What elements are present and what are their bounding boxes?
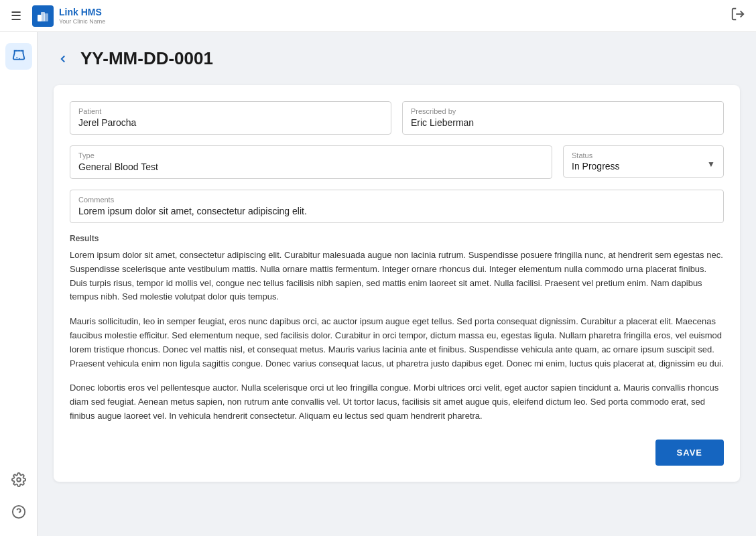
results-paragraph: Donec lobortis eros vel pellentesque auc… [70, 381, 724, 423]
sidebar-item-settings[interactable] [5, 466, 32, 493]
svg-rect-2 [44, 13, 48, 21]
page-title: YY-MM-DD-0001 [80, 48, 213, 69]
sidebar-bottom [5, 466, 32, 525]
sidebar-item-help[interactable] [5, 498, 32, 525]
status-field[interactable]: Status In Progress Completed Pending Can… [563, 145, 724, 178]
prescribed-by-label: Prescribed by [411, 107, 715, 115]
page-header: YY-MM-DD-0001 [54, 48, 740, 69]
status-group: Status In Progress Completed Pending Can… [563, 145, 724, 179]
type-group: Type General Blood Test [70, 145, 552, 179]
results-paragraph: Lorem ipsum dolor sit amet, consectetur … [70, 249, 724, 304]
results-paragraph: Mauris sollicitudin, leo in semper feugi… [70, 315, 724, 371]
main-content: YY-MM-DD-0001 Patient Jerel Parocha Pres… [38, 32, 756, 536]
patient-field: Patient Jerel Parocha [70, 101, 391, 135]
results-section: Results Lorem ipsum dolor sit amet, cons… [70, 234, 724, 423]
svg-point-6 [19, 58, 20, 60]
logout-icon[interactable] [731, 7, 745, 25]
type-label: Type [78, 151, 544, 159]
save-button[interactable]: SAVE [655, 440, 724, 466]
row-type: Type General Blood Test Status In Progre… [70, 145, 724, 179]
sidebar [0, 32, 38, 536]
patient-label: Patient [78, 107, 383, 115]
type-field: Type General Blood Test [70, 145, 552, 179]
top-bar-left: ☰ Link HMS Your Clinic Name [11, 5, 105, 27]
back-button[interactable] [54, 50, 72, 68]
status-select[interactable]: In Progress Completed Pending Cancelled [572, 161, 715, 172]
form-card: Patient Jerel Parocha Prescribed by Eric… [54, 85, 740, 482]
app-subtitle: Your Clinic Name [59, 18, 105, 25]
comments-label: Comments [78, 196, 715, 204]
row-comments: Comments Lorem ipsum dolor sit amet, con… [70, 190, 724, 223]
menu-icon[interactable]: ☰ [11, 9, 21, 23]
comments-group: Comments Lorem ipsum dolor sit amet, con… [70, 190, 724, 223]
save-btn-row: SAVE [70, 440, 724, 466]
logo-icon [32, 5, 54, 27]
results-text: Lorem ipsum dolor sit amet, consectetur … [70, 249, 724, 423]
app-title: Link HMS [59, 7, 105, 18]
svg-point-7 [17, 478, 21, 482]
results-label: Results [70, 234, 724, 243]
status-label: Status [572, 151, 715, 159]
row-patient: Patient Jerel Parocha Prescribed by Eric… [70, 101, 724, 135]
comments-value: Lorem ipsum dolor sit amet, consectetur … [78, 206, 307, 216]
svg-point-5 [16, 57, 17, 58]
top-bar: ☰ Link HMS Your Clinic Name [0, 0, 756, 32]
prescribed-by-field: Prescribed by Eric Lieberman [402, 101, 724, 135]
patient-group: Patient Jerel Parocha [70, 101, 391, 135]
patient-value: Jerel Parocha [78, 117, 136, 128]
sidebar-item-lab[interactable] [5, 43, 32, 70]
prescribed-by-value: Eric Lieberman [411, 117, 474, 128]
prescribed-by-group: Prescribed by Eric Lieberman [402, 101, 724, 135]
logo-text: Link HMS Your Clinic Name [59, 7, 105, 25]
logo-area: Link HMS Your Clinic Name [32, 5, 105, 27]
type-value: General Blood Test [78, 161, 158, 172]
comments-field: Comments Lorem ipsum dolor sit amet, con… [70, 190, 724, 223]
